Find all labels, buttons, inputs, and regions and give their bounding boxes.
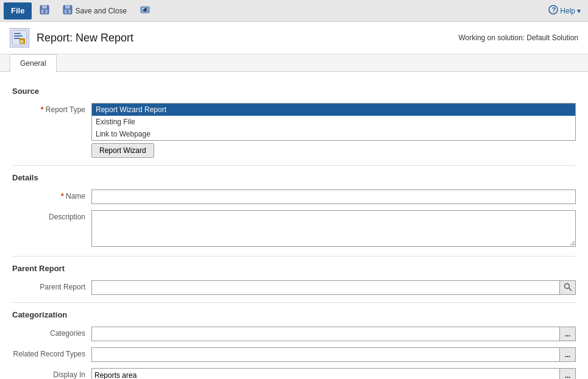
save-button[interactable] (34, 2, 55, 19)
categories-ellipsis-button[interactable]: ... (560, 327, 576, 341)
divider-1 (12, 165, 576, 166)
svg-text:?: ? (552, 6, 556, 13)
save-close-label: Save and Close (75, 7, 127, 15)
report-wizard-button[interactable]: Report Wizard (91, 143, 154, 158)
list-item-report-wizard[interactable]: Report Wizard Report (92, 104, 575, 116)
parent-report-section-header: Parent Report (12, 264, 576, 273)
report-type-row: * Report Type Report Wizard Report Exist… (12, 103, 576, 158)
page-header: R Report: New Report Working on solution… (0, 22, 588, 54)
divider-3 (12, 302, 576, 303)
display-in-row: Display In ... (12, 368, 576, 379)
svg-point-19 (564, 283, 569, 288)
tab-general[interactable]: General (10, 54, 57, 72)
related-record-types-row: Related Record Types ... (12, 347, 576, 362)
source-section-header: Source (12, 87, 576, 96)
name-label: * Name (12, 190, 91, 200)
report-type-label: * Report Type (12, 103, 91, 114)
list-item-existing-file[interactable]: Existing File (92, 116, 575, 128)
list-item-link-webpage[interactable]: Link to Webpage (92, 128, 575, 140)
help-button[interactable]: ? Help ▾ (545, 3, 584, 18)
title-area: R Report: New Report (10, 28, 133, 48)
parent-report-lookup-button[interactable] (560, 280, 576, 295)
divider-2 (12, 256, 576, 257)
svg-rect-14 (14, 33, 21, 34)
toolbar: File Save and Close (0, 0, 588, 22)
details-section-header: Details (12, 173, 576, 182)
svg-rect-15 (14, 35, 23, 37)
display-in-input[interactable] (91, 368, 560, 379)
svg-rect-3 (43, 10, 46, 13)
page-icon: R (10, 28, 29, 48)
save-and-close-button[interactable]: Save and Close (57, 2, 132, 19)
name-row: * Name (12, 190, 576, 204)
tab-bar: General (0, 54, 588, 72)
report-type-list[interactable]: Report Wizard Report Existing File Link … (91, 103, 576, 141)
categories-label: Categories (12, 327, 91, 338)
related-record-types-input[interactable] (91, 347, 560, 362)
parent-report-row: Parent Report (12, 280, 576, 295)
categories-control: ... (91, 327, 576, 341)
lookup-icon (564, 283, 572, 293)
help-dropdown-icon: ▾ (577, 7, 581, 15)
name-input[interactable] (91, 190, 576, 204)
description-input[interactable] (91, 210, 576, 247)
display-in-control: ... (91, 368, 576, 379)
related-record-types-ellipsis-button[interactable]: ... (560, 347, 576, 362)
solution-info: Working on solution: Default Solution (458, 34, 578, 42)
parent-report-control (91, 280, 576, 295)
svg-rect-5 (65, 5, 70, 9)
categories-row: Categories ... (12, 327, 576, 341)
svg-rect-7 (66, 10, 69, 13)
help-icon: ? (548, 5, 558, 16)
main-content: Source * Report Type Report Wizard Repor… (0, 72, 588, 379)
categories-input[interactable] (91, 327, 560, 341)
help-label: Help (560, 7, 575, 15)
svg-rect-1 (42, 5, 47, 9)
svg-rect-16 (14, 38, 20, 39)
save-icon (40, 5, 49, 16)
file-button[interactable]: File (4, 2, 32, 19)
categories-input-group: ... (91, 327, 576, 341)
extra-icon (140, 5, 150, 16)
extra-button[interactable] (135, 2, 155, 19)
description-label: Description (12, 210, 91, 221)
svg-rect-10 (142, 8, 144, 9)
display-in-input-group: ... (91, 368, 576, 379)
report-type-control: Report Wizard Report Existing File Link … (91, 103, 576, 158)
page-title: Report: New Report (37, 32, 133, 44)
svg-line-20 (569, 288, 572, 291)
required-star: * (41, 105, 44, 114)
description-control (91, 210, 576, 249)
svg-text:R: R (20, 39, 24, 44)
parent-report-input[interactable] (91, 280, 560, 295)
description-row: Description (12, 210, 576, 249)
save-close-icon (63, 5, 73, 16)
categorization-section-header: Categorization (12, 310, 576, 319)
related-record-types-input-group: ... (91, 347, 576, 362)
related-record-types-control: ... (91, 347, 576, 362)
parent-report-label: Parent Report (12, 280, 91, 291)
related-record-types-label: Related Record Types (12, 347, 91, 358)
display-in-ellipsis-button[interactable]: ... (560, 368, 576, 379)
parent-report-input-group (91, 280, 576, 295)
name-control (91, 190, 576, 204)
name-required-star: * (61, 192, 64, 200)
display-in-label: Display In (12, 368, 91, 379)
